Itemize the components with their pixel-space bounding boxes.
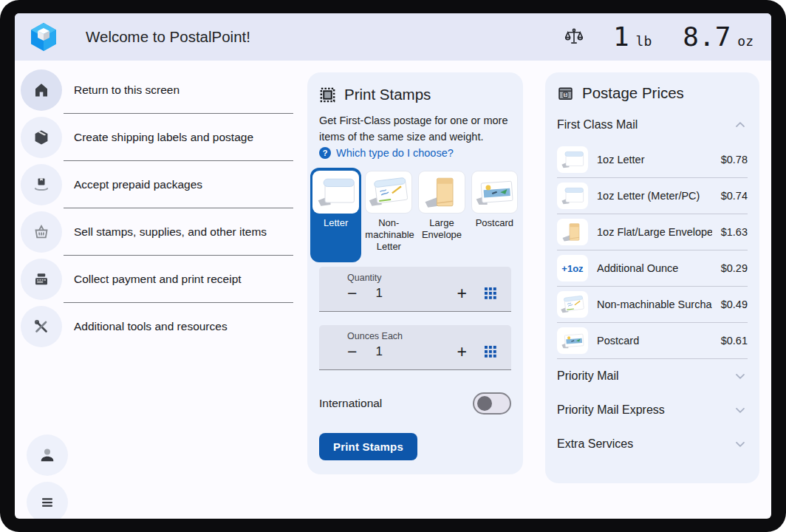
prepaid-package-icon bbox=[21, 164, 62, 205]
print-stamps-title-row: Print Stamps bbox=[319, 84, 511, 103]
account-icon bbox=[38, 446, 57, 465]
price-row-additional-ounce: +1oz Additional Ounce $0.29 bbox=[557, 250, 748, 287]
international-row: International bbox=[319, 392, 511, 415]
weight-ounces-unit: oz bbox=[737, 33, 753, 49]
ounces-increment-button[interactable]: + bbox=[457, 344, 467, 360]
price-row-1oz-letter-meter: 1oz Letter (Meter/PC) $0.74 bbox=[557, 178, 748, 214]
help-icon: ? bbox=[319, 147, 331, 159]
keypad-icon bbox=[485, 346, 496, 358]
ounces-value: 1 bbox=[375, 344, 382, 359]
postcard-thumb bbox=[557, 327, 588, 354]
print-stamps-panel: Print Stamps Get First-Class postage for… bbox=[307, 72, 523, 474]
section-first-class-mail[interactable]: First Class Mail bbox=[557, 108, 748, 142]
sidebar-item-sell-stamps[interactable]: Sell stamps, supplies, and other items bbox=[15, 208, 295, 256]
sidebar-item-home[interactable]: Return to this screen bbox=[15, 66, 295, 114]
type-tile-postcard[interactable]: Postcard bbox=[469, 168, 520, 262]
basket-icon bbox=[21, 211, 62, 253]
menu-button[interactable] bbox=[27, 482, 68, 519]
letter-thumb bbox=[557, 183, 588, 209]
quantity-increment-button[interactable]: + bbox=[457, 285, 467, 301]
tools-icon bbox=[21, 306, 62, 347]
ounces-stepper: Ounces Each − 1 + bbox=[319, 325, 511, 370]
quantity-decrement-button[interactable]: − bbox=[347, 285, 357, 301]
section-priority-mail[interactable]: Priority Mail bbox=[557, 359, 748, 393]
letter-thumb bbox=[557, 146, 588, 173]
chevron-down-icon bbox=[733, 403, 748, 417]
package-icon bbox=[21, 117, 62, 158]
stamp-type-help-link[interactable]: ? Which type do I choose? bbox=[319, 147, 511, 159]
main-menu: Return to this screen Create shipping la… bbox=[15, 66, 295, 350]
postalpoint-app: Welcome to PostalPoint! 1 bbox=[15, 13, 771, 519]
stamp-icon bbox=[319, 86, 336, 103]
postcard-illustration bbox=[471, 171, 518, 214]
weight-ounces-value: 8.7 bbox=[683, 24, 731, 50]
stamp-type-selector: Letter Non-machinable Letter Large Envel… bbox=[310, 168, 520, 262]
postage-prices-title-row: $ Postage Prices bbox=[557, 83, 748, 102]
sidebar-item-shipping-labels[interactable]: Create shipping labels and postage bbox=[15, 114, 295, 161]
price-row-non-machinable-surcharge: Non-machinable Surchar... $0.49 bbox=[557, 287, 748, 323]
non-machinable-letter-thumb bbox=[557, 291, 588, 318]
postage-prices-panel: $ Postage Prices First Class Mail 1oz Le… bbox=[545, 72, 759, 483]
large-envelope-illustration bbox=[418, 171, 465, 214]
ounces-decrement-button[interactable]: − bbox=[347, 344, 357, 360]
non-machinable-letter-illustration bbox=[365, 171, 412, 214]
sidebar-item-additional-tools[interactable]: Additional tools and resources bbox=[15, 303, 295, 350]
sidebar-item-collect-payment[interactable]: Collect payment and print receipt bbox=[15, 256, 295, 303]
toggle-thumb bbox=[477, 396, 492, 411]
scale-weight-display: 1 lb 8.7 oz bbox=[564, 24, 753, 50]
price-row-flat-large-envelope: 1oz Flat/Large Envelope $1.63 bbox=[557, 214, 748, 250]
section-extra-services[interactable]: Extra Services bbox=[557, 427, 748, 461]
weight-pounds-unit: lb bbox=[636, 33, 652, 49]
print-stamps-description: Get First-Class postage for one or more … bbox=[319, 113, 511, 145]
international-toggle[interactable] bbox=[473, 392, 511, 415]
home-icon bbox=[21, 69, 62, 111]
app-header: Welcome to PostalPoint! 1 bbox=[15, 13, 771, 61]
type-tile-non-machinable-letter[interactable]: Non-machinable Letter bbox=[363, 168, 414, 262]
ounces-label: Ounces Each bbox=[347, 331, 499, 341]
cash-register-icon bbox=[21, 259, 62, 300]
quantity-stepper: Quantity − 1 + bbox=[319, 267, 511, 312]
chevron-down-icon bbox=[733, 437, 748, 451]
ounces-keypad-button[interactable] bbox=[485, 346, 496, 358]
svg-text:$: $ bbox=[564, 92, 567, 97]
sidebar-item-prepaid-packages[interactable]: Accept prepaid packages bbox=[15, 161, 295, 208]
weight-pounds-value: 1 bbox=[613, 24, 629, 50]
quantity-keypad-button[interactable] bbox=[485, 287, 496, 299]
print-stamps-button[interactable]: Print Stamps bbox=[319, 433, 417, 460]
type-tile-letter[interactable]: Letter bbox=[310, 168, 361, 262]
print-stamps-title: Print Stamps bbox=[344, 86, 431, 103]
quantity-label: Quantity bbox=[347, 273, 499, 283]
price-row-postcard: Postcard $0.61 bbox=[557, 323, 748, 359]
large-envelope-thumb bbox=[557, 219, 588, 245]
postage-prices-title: Postage Prices bbox=[582, 84, 684, 102]
chevron-down-icon bbox=[733, 369, 748, 383]
quantity-value: 1 bbox=[375, 286, 382, 301]
price-row-1oz-letter: 1oz Letter $0.78 bbox=[557, 142, 748, 178]
plus-one-oz-thumb: +1oz bbox=[557, 255, 588, 282]
page-title: Welcome to PostalPoint! bbox=[86, 28, 250, 46]
letter-illustration bbox=[312, 171, 359, 214]
menu-icon bbox=[38, 494, 56, 511]
international-label: International bbox=[319, 397, 382, 410]
device-frame: Welcome to PostalPoint! 1 bbox=[0, 0, 786, 532]
keypad-icon bbox=[485, 287, 496, 299]
postalpoint-logo bbox=[28, 21, 59, 52]
account-button[interactable] bbox=[27, 434, 68, 476]
scale-icon bbox=[564, 27, 584, 47]
price-package-icon: $ bbox=[557, 85, 574, 102]
chevron-up-icon bbox=[733, 117, 748, 132]
section-priority-mail-express[interactable]: Priority Mail Express bbox=[557, 393, 748, 427]
type-tile-large-envelope[interactable]: Large Envelope bbox=[416, 168, 467, 262]
